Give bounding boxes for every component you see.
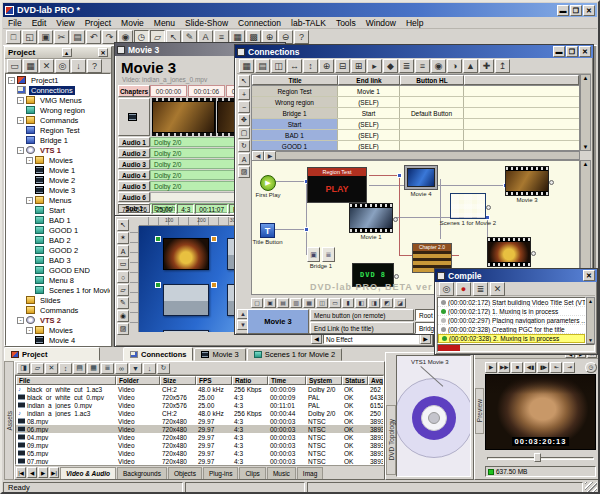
open-icon[interactable]: ◱: [22, 30, 37, 44]
track-label[interactable]: Audio 6: [118, 192, 150, 202]
show-map-icon[interactable]: ▦: [239, 59, 254, 73]
menu-tools[interactable]: Tools: [331, 18, 361, 28]
detail-view-icon[interactable]: ≣: [101, 363, 114, 374]
connections-table[interactable]: TitleEnd linkButton HLRegion TestMovie 1…: [251, 74, 580, 151]
topology-view[interactable]: VTS1 Movie 3: [396, 355, 471, 477]
polygon-tool-icon[interactable]: ▱: [117, 284, 129, 296]
category-tab-music[interactable]: Music: [267, 467, 296, 479]
add-vts-icon[interactable]: ◎: [55, 59, 70, 73]
tree-item-vts-1[interactable]: -VTS 1: [6, 145, 110, 155]
ellipse-tool-icon[interactable]: ○: [117, 271, 129, 283]
footer-tool-icon[interactable]: ◩: [381, 298, 393, 308]
export-image-icon[interactable]: ↥: [495, 59, 510, 73]
tree-item-bridge-1[interactable]: Bridge 1: [6, 135, 110, 145]
text-tool-icon[interactable]: A: [238, 153, 250, 165]
preview-connections-icon[interactable]: ◑: [447, 59, 462, 73]
link-asset-icon[interactable]: ∞: [115, 363, 128, 374]
node-movie-2[interactable]: Movie 2: [487, 237, 531, 267]
loop-icon[interactable]: ◷: [585, 362, 597, 373]
abort-icon[interactable]: ✕: [490, 282, 505, 296]
help-icon[interactable]: ?: [294, 30, 309, 44]
draw-link-icon[interactable]: ↕: [303, 59, 318, 73]
column-header-end-link[interactable]: End link: [338, 75, 400, 85]
tree-item-bad-2[interactable]: BAD 2: [6, 235, 110, 245]
footer-tool-icon[interactable]: ▣: [264, 298, 276, 308]
chapters-label[interactable]: Chapters: [118, 85, 150, 97]
connections-row-good-1[interactable]: GOOD 1(SELF): [252, 141, 579, 151]
menu-help[interactable]: Help: [401, 18, 428, 28]
category-tab-imag[interactable]: Imag: [297, 467, 323, 479]
footer-tool-icon[interactable]: ▭: [329, 298, 341, 308]
asset-row-black-or-white-cut-0-mpv[interactable]: black_or_white_cut_0.mpvVideo720x57625.0…: [16, 393, 383, 401]
track-label[interactable]: Audio 1: [118, 137, 150, 147]
transition-prev-icon[interactable]: ◀: [311, 334, 322, 344]
tree-item-menus[interactable]: -Menus: [6, 195, 110, 205]
prev-frame-icon[interactable]: ◀▮: [524, 362, 536, 373]
footer-tool-icon[interactable]: ▦: [303, 298, 315, 308]
filter-icon[interactable]: ▼: [129, 363, 142, 374]
import-icon[interactable]: ↓: [143, 363, 156, 374]
app-titlebar[interactable]: DVD-lab PRO * ▬ ❐ ✕: [3, 3, 597, 17]
tree-item-project1[interactable]: -Project1: [6, 75, 110, 85]
category-tab-video-audio[interactable]: Video & Audio: [60, 467, 116, 479]
chapter-cell[interactable]: 00:01:06: [188, 85, 225, 97]
close-icon[interactable]: ✕: [583, 5, 595, 16]
category-tab-clips[interactable]: Clips: [239, 467, 265, 479]
fill-tool-icon[interactable]: ▨: [238, 166, 250, 178]
connections-row-bridge-1[interactable]: Bridge 1StartDefault Button: [252, 108, 579, 119]
tree-expander-icon[interactable]: -: [26, 157, 33, 164]
preview-monitor-icon[interactable]: ◨: [17, 363, 30, 374]
footer-tool-icon[interactable]: ◪: [394, 298, 406, 308]
node-bridge-1[interactable]: ▣≣Bridge 1: [307, 247, 335, 262]
footer-tool-icon[interactable]: ▢: [251, 298, 263, 308]
column-header-button-hl[interactable]: Button HL: [400, 75, 464, 85]
menu-project[interactable]: Project: [80, 18, 116, 28]
print-icon[interactable]: ▤: [73, 363, 86, 374]
footer-tool-icon[interactable]: ▥: [290, 298, 302, 308]
node-movie-4[interactable]: Movie 4: [404, 165, 438, 190]
add-menu-node-icon[interactable]: ◆: [383, 59, 398, 73]
chapter-cell[interactable]: 00:00:00: [150, 85, 187, 97]
seek-slider[interactable]: [485, 452, 596, 463]
tree-expander-icon[interactable]: -: [17, 147, 24, 154]
minimize-icon[interactable]: ▬: [557, 5, 569, 16]
panel-pin-icon[interactable]: ▴: [62, 48, 72, 57]
log-list-icon[interactable]: ≣: [473, 282, 488, 296]
connections-row-bad-1[interactable]: BAD 1(SELF): [252, 130, 579, 141]
footer-tool-icon[interactable]: ◨: [368, 298, 380, 308]
connections-row-wrong-region[interactable]: Wrong region(SELF): [252, 97, 579, 108]
node-title-button[interactable]: TTitle Button: [260, 223, 275, 238]
project-tree[interactable]: -Project1Connections-VMG MenusWrong regi…: [5, 73, 111, 346]
loop-tool-icon[interactable]: ↻: [238, 140, 250, 152]
tree-item-connections[interactable]: Connections: [6, 85, 110, 95]
tree-item-movie-1[interactable]: Movie 1: [6, 165, 110, 175]
tab-connections[interactable]: Connections: [123, 347, 193, 361]
menu-connection[interactable]: Connection: [233, 18, 286, 28]
conn-minimize-icon[interactable]: ▬: [553, 46, 565, 57]
record-icon[interactable]: ●: [456, 282, 471, 296]
compile-log[interactable]: (00:00:02:172) Start building Video Titl…: [437, 297, 586, 344]
video-track-label[interactable]: [118, 98, 150, 136]
tree-item-good-end[interactable]: GOOD END: [6, 265, 110, 275]
tree-expander-icon[interactable]: -: [8, 77, 15, 84]
node-region-test[interactable]: Region TestPLAY: [307, 167, 367, 203]
resize-grip[interactable]: [585, 482, 597, 494]
show-table-icon[interactable]: ▤: [255, 59, 270, 73]
scroll-right-icon[interactable]: ▶: [264, 151, 276, 161]
tree-item-region-test[interactable]: Region Test: [6, 125, 110, 135]
footer-tool-icon[interactable]: ▮: [342, 298, 354, 308]
connections-row-region-test[interactable]: Region TestMovie 1: [252, 86, 579, 97]
menu-lab-talk[interactable]: lab-TALK: [286, 18, 331, 28]
tree-expander-icon[interactable]: -: [17, 317, 24, 324]
tab-next-icon[interactable]: ▶: [38, 467, 48, 478]
play-icon[interactable]: ▶: [485, 362, 497, 373]
center-node-icon[interactable]: ⊞: [351, 59, 366, 73]
link-tool-icon[interactable]: ↔: [287, 59, 302, 73]
fill-tool-icon[interactable]: ▨: [117, 323, 129, 335]
import-asset-icon[interactable]: ↓: [71, 59, 86, 73]
connections-row-start[interactable]: Start(SELF): [252, 119, 579, 130]
selected-object[interactable]: Movie 3: [247, 309, 309, 334]
pointer-tool-icon[interactable]: ↖: [238, 75, 250, 87]
tree-item-commands[interactable]: Commands: [6, 305, 110, 315]
slider-thumb[interactable]: [534, 453, 541, 462]
